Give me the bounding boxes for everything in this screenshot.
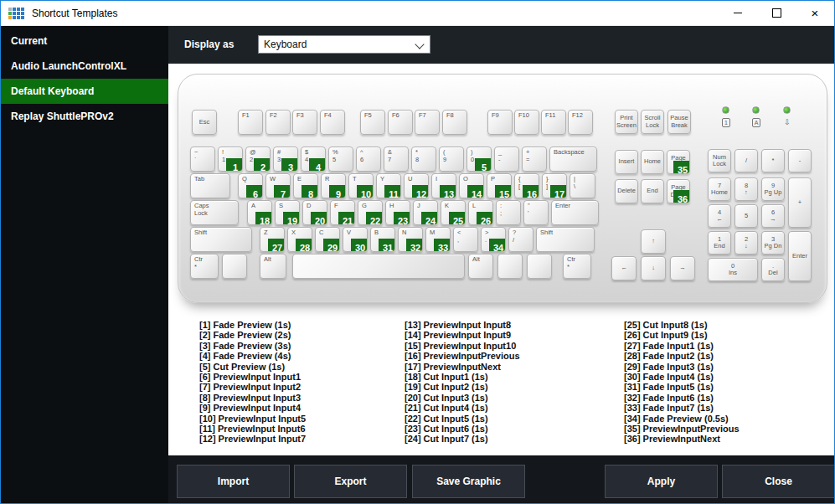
key-7: & 7	[384, 147, 409, 172]
shortcut-entry: [18] Cut Input1 (1s)	[405, 372, 610, 382]
key-pause-break: Pause Break	[667, 110, 691, 134]
key-arrow-up: ↑	[641, 229, 666, 254]
shortcut-entry: [6] PreviewInput Input1	[199, 372, 405, 382]
key-1: ! 11	[218, 147, 243, 172]
sidebar-item-audio-launchcontrolxl[interactable]: Audio LaunchControlXL	[1, 54, 168, 79]
shortcut-entry: [28] Fade Input2 (1s)	[624, 351, 829, 361]
shortcut-badge-3: 3	[281, 158, 298, 172]
app-logo-icon	[8, 8, 24, 19]
shortcut-badge-4: 4	[309, 158, 326, 172]
caps-lock-led-icon: A	[750, 118, 763, 127]
key-numpad-9: 9 Pg Up	[761, 177, 785, 201]
key-numpad-6: 6 →	[761, 204, 785, 228]
scroll-lock-led-icon: ⇩	[781, 118, 794, 126]
key-v: V30	[343, 227, 368, 252]
shortcut-badge-6: 6	[246, 185, 263, 198]
key-numpad-8: 8 ↑	[734, 177, 758, 201]
shortcut-badge-13: 13	[440, 185, 456, 198]
shortcut-badge-24: 24	[421, 212, 438, 225]
key-right-shift: Shift	[536, 227, 595, 252]
shortcut-entry: [26] Cut Input9 (1s)	[624, 330, 829, 340]
shortcut-badge-5: 5	[475, 158, 492, 172]
apply-button[interactable]: Apply	[605, 465, 718, 498]
key-n: N32	[398, 227, 423, 252]
shortcut-badge-20: 20	[311, 212, 327, 225]
key-arrow-down: ↓	[641, 256, 666, 280]
key-f8: F8	[442, 110, 467, 135]
shortcut-badge-15: 15	[495, 185, 512, 198]
shortcut-badge-34: 34	[489, 239, 506, 252]
key-g: G22	[358, 200, 383, 225]
keyboard-graphic: EscF1F2F3F4F5F6F7F8F9F10F11F12Print Scre…	[178, 74, 827, 303]
key-quote: " '	[523, 200, 549, 225]
key-numpad-plus: +	[788, 177, 812, 228]
shortcut-badge-9: 9	[329, 185, 346, 198]
key-numpad-0: 0 Ins	[708, 258, 758, 281]
shortcut-badge-26: 26	[477, 212, 493, 225]
key-backspace: Backspace	[549, 147, 597, 172]
shortcut-entry: [31] Fade Input5 (1s)	[624, 382, 829, 392]
shortcut-badge-10: 10	[357, 185, 374, 198]
key-print-screen: Print Screen	[615, 110, 638, 134]
key-f11: F11	[541, 110, 566, 135]
shortcut-badge-29: 29	[323, 239, 340, 252]
titlebar: Shortcut Templates ×	[1, 1, 834, 26]
maximize-button[interactable]	[757, 1, 796, 25]
shortcut-badge-14: 14	[467, 185, 484, 198]
key-arrow-right: →	[670, 256, 695, 280]
window-title: Shortcut Templates	[32, 8, 118, 19]
shortcut-entry: [4] Fade Preview (4s)	[199, 351, 405, 361]
shortcut-badge-27: 27	[268, 239, 285, 252]
import-button[interactable]: Import	[177, 465, 290, 498]
key-j: J24	[413, 200, 438, 225]
shortcut-column-2: [13] PreviewInput Input8[14] PreviewInpu…	[405, 320, 610, 445]
footer: ImportExportSave GraphicApplyClose	[168, 455, 834, 503]
shortcut-column-3: [25] Cut Input8 (1s)[26] Cut Input9 (1s)…	[624, 320, 829, 445]
key-f3: F3	[292, 110, 317, 135]
export-button[interactable]: Export	[294, 465, 407, 498]
display-as-select[interactable]: Keyboard	[258, 35, 430, 54]
shortcut-entry: [32] Fade Input6 (1s)	[624, 393, 829, 403]
key-comma: < ,	[453, 227, 478, 252]
shortcut-badge-23: 23	[394, 212, 410, 225]
key-f2: F2	[265, 110, 291, 135]
minimize-button[interactable]	[719, 1, 757, 25]
shortcut-entry: [11] PreviewInput Input6	[199, 424, 405, 434]
key-6: ^ 6	[356, 147, 381, 172]
key-slash: ? /	[508, 227, 533, 252]
shortcut-badge-19: 19	[283, 212, 300, 225]
shortcut-badge-32: 32	[406, 239, 423, 252]
key-q: Q6	[238, 173, 263, 198]
key-left-alt: Alt	[260, 254, 286, 279]
key-9: ( 9	[439, 147, 464, 172]
shortcut-badge-11: 11	[384, 185, 401, 198]
key-4: $ 44	[301, 147, 326, 172]
shortcut-entry: [21] Cut Input4 (1s)	[405, 403, 610, 413]
sidebar-item-replay-shuttleprov2[interactable]: Replay ShuttlePROv2	[1, 104, 168, 129]
key-k: K25	[441, 200, 466, 225]
shortcut-entry: [25] Cut Input8 (1s)	[624, 320, 829, 330]
save-graphic-button[interactable]: Save Graphic	[412, 465, 525, 498]
shortcut-badge-31: 31	[379, 239, 395, 252]
key-l: L26	[468, 200, 493, 225]
sidebar-item-current[interactable]: Current	[1, 28, 168, 54]
key-esc: Esc	[192, 110, 217, 135]
key-minus: _ -	[494, 147, 519, 172]
key-left-ctrl: Ctr *	[190, 254, 219, 279]
key-right-alt: Alt	[468, 254, 493, 279]
close-button[interactable]: Close	[722, 465, 835, 498]
key-f5: F5	[360, 110, 385, 135]
key-page-down: Page Down36	[667, 179, 690, 203]
shortcut-entry: [13] PreviewInput Input8	[405, 320, 610, 330]
shortcut-entry: [22] Cut Input5 (1s)	[405, 414, 610, 424]
scroll-lock-led	[783, 106, 791, 114]
sidebar: CurrentAudio LaunchControlXLDefault Keyb…	[1, 26, 168, 503]
shortcut-badge-12: 12	[412, 185, 429, 198]
key-f7: F7	[415, 110, 440, 135]
close-button[interactable]: ×	[796, 1, 834, 25]
key-insert: Insert	[615, 150, 638, 174]
shortcut-entry: [36] PreviewInputNext	[624, 434, 829, 444]
shortcut-entry: [33] Fade Input7 (1s)	[624, 403, 829, 413]
key-x: X28	[287, 227, 312, 252]
sidebar-item-default-keyboard[interactable]: Default Keyboard	[1, 79, 168, 104]
